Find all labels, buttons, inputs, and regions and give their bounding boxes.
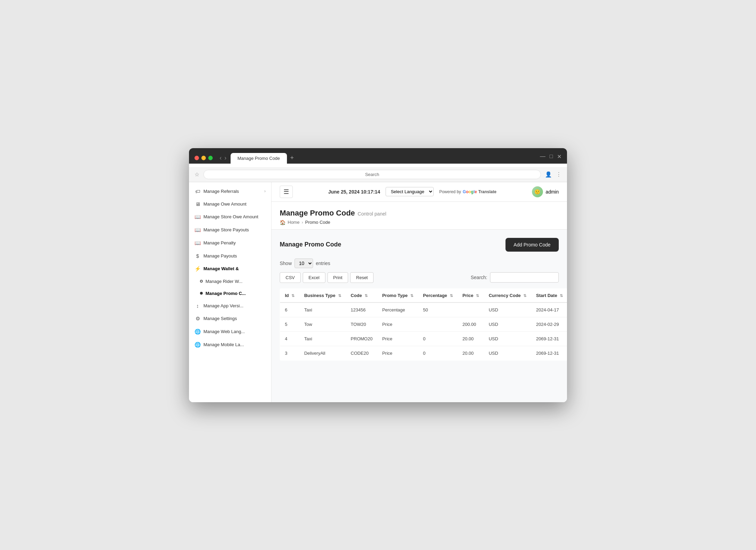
- cell-start-date: 2024-02-29: [531, 317, 567, 331]
- cell-business-type: DeliveryAll: [299, 346, 346, 360]
- cell-start-date: 2069-12-31: [531, 346, 567, 360]
- browser-controls: ‹ › Manage Promo Code + — □ ✕: [194, 152, 562, 164]
- address-bar-row: ☆ Search 👤 ⋮: [189, 167, 567, 182]
- search-input[interactable]: [490, 272, 559, 283]
- settings-icon: ⚙: [194, 316, 201, 322]
- user-icon[interactable]: 👤: [545, 171, 552, 178]
- main-content: ☰ June 25, 2024 10:17:14 Select Language…: [271, 182, 567, 402]
- sidebar-item-manage-referrals[interactable]: 🏷 Manage Referrals ›: [189, 185, 271, 198]
- print-button[interactable]: Print: [327, 272, 348, 283]
- sidebar-item-manage-promo-code[interactable]: Manage Promo C...: [189, 287, 271, 299]
- store-payouts-icon: 📖: [194, 227, 201, 233]
- breadcrumb-current: Promo Code: [305, 220, 330, 225]
- cell-percentage: 0: [418, 346, 458, 360]
- col-id[interactable]: Id ⇅: [280, 288, 300, 302]
- cell-code: 123456: [346, 302, 378, 317]
- sort-icon: ⇅: [560, 294, 563, 298]
- sidebar-item-label: Manage Store Payouts: [203, 227, 249, 232]
- top-bar-center: June 25, 2024 10:17:14 Select Language P…: [298, 187, 526, 196]
- breadcrumb-home[interactable]: Home: [288, 220, 300, 225]
- excel-button[interactable]: Excel: [303, 272, 325, 283]
- table-row: 5 Tow TOW20 Price 200.00 USD 2024-02-29 …: [280, 317, 567, 331]
- cell-currency: USD: [484, 302, 531, 317]
- sidebar-item-manage-store-payouts[interactable]: 📖 Manage Store Payouts: [189, 223, 271, 236]
- active-tab[interactable]: Manage Promo Code: [231, 153, 287, 164]
- col-price[interactable]: Price ⇅: [458, 288, 484, 302]
- content-area: Manage Promo Code Add Promo Code Show 10…: [271, 230, 567, 369]
- page-subtitle: Control panel: [358, 211, 386, 217]
- cell-price: 20.00: [458, 346, 484, 360]
- cell-currency: USD: [484, 331, 531, 346]
- show-label: Show: [280, 261, 292, 266]
- sidebar-item-manage-store-owe-amount[interactable]: 📖 Manage Store Owe Amount: [189, 210, 271, 223]
- add-promo-code-button[interactable]: Add Promo Code: [505, 238, 559, 252]
- sidebar-item-manage-rider-wallet[interactable]: Manage Rider W...: [189, 275, 271, 287]
- search-placeholder: Search: [365, 172, 379, 177]
- referrals-icon: 🏷: [194, 188, 201, 194]
- mobile-lang-icon: 🌐: [194, 342, 201, 348]
- sidebar-item-manage-penalty[interactable]: 📖 Manage Penalty: [189, 236, 271, 250]
- table-controls-top: Show 10 entries: [280, 258, 559, 268]
- reset-button[interactable]: Reset: [350, 272, 374, 283]
- add-tab-button[interactable]: +: [287, 152, 298, 164]
- hamburger-menu[interactable]: ☰: [280, 186, 293, 198]
- traffic-lights: [194, 156, 213, 160]
- language-select[interactable]: Select Language: [386, 187, 434, 196]
- page-title-row: Manage Promo Code Control panel: [280, 209, 559, 218]
- sidebar-item-manage-owe-amount[interactable]: 🖥 Manage Owe Amount: [189, 198, 271, 210]
- col-promo-type[interactable]: Promo Type ⇅: [377, 288, 418, 302]
- sort-icon: ⇅: [338, 294, 341, 298]
- close-button[interactable]: [194, 156, 199, 160]
- cell-percentage: 50: [418, 302, 458, 317]
- export-buttons: CSV Excel Print Reset: [280, 272, 374, 283]
- col-code[interactable]: Code ⇅: [346, 288, 378, 302]
- sidebar-item-manage-wallet[interactable]: ⚡ Manage Wallet &: [189, 262, 271, 275]
- forward-arrow[interactable]: ›: [224, 154, 226, 162]
- table-body: 6 Taxi 123456 Percentage 50 USD 2024-04-…: [280, 302, 567, 361]
- sidebar-item-manage-app-version[interactable]: ↕ Manage App Versi...: [189, 299, 271, 312]
- browser-window: ‹ › Manage Promo Code + — □ ✕ ☆ Search 👤…: [189, 148, 567, 402]
- chevron-right-icon: ›: [264, 189, 266, 194]
- minimize-button[interactable]: [201, 156, 206, 160]
- sort-icon: ⇅: [476, 294, 479, 298]
- back-arrow[interactable]: ‹: [220, 154, 222, 162]
- owe-amount-icon: 🖥: [194, 201, 201, 207]
- maximize-button[interactable]: [208, 156, 213, 160]
- menu-icon[interactable]: ⋮: [556, 171, 562, 178]
- csv-button[interactable]: CSV: [280, 272, 301, 283]
- cell-code: CODE20: [346, 346, 378, 360]
- wallet-icon: ⚡: [194, 266, 201, 272]
- cell-id: 4: [280, 331, 300, 346]
- address-bar[interactable]: Search: [203, 170, 541, 179]
- close-icon[interactable]: ✕: [557, 153, 562, 160]
- star-icon[interactable]: ☆: [194, 171, 199, 178]
- minimize-icon[interactable]: —: [540, 153, 545, 160]
- search-label: Search:: [471, 275, 487, 280]
- data-table: Id ⇅ Business Type ⇅ Code ⇅: [280, 288, 567, 361]
- cell-promo-type: Price: [377, 331, 418, 346]
- sidebar-item-manage-settings[interactable]: ⚙ Manage Settings: [189, 312, 271, 325]
- col-business-type[interactable]: Business Type ⇅: [299, 288, 346, 302]
- table-header-row: Id ⇅ Business Type ⇅ Code ⇅: [280, 288, 567, 302]
- cell-promo-type: Price: [377, 317, 418, 331]
- sidebar-item-manage-mobile-lang[interactable]: 🌐 Manage Mobile La...: [189, 338, 271, 351]
- search-row: Search:: [471, 272, 559, 283]
- table-controls-buttons: CSV Excel Print Reset Search:: [280, 272, 559, 283]
- cell-business-type: Tow: [299, 317, 346, 331]
- sidebar-item-manage-web-lang[interactable]: 🌐 Manage Web Lang...: [189, 325, 271, 338]
- dot-icon: [200, 280, 203, 283]
- cell-start-date: 2069-12-31: [531, 331, 567, 346]
- sort-icon: ⇅: [410, 294, 413, 298]
- cell-promo-type: Percentage: [377, 302, 418, 317]
- col-currency-code[interactable]: Currency Code ⇅: [484, 288, 531, 302]
- sidebar-item-manage-payouts[interactable]: $ Manage Payouts: [189, 250, 271, 262]
- entries-select[interactable]: 10: [294, 258, 313, 268]
- col-percentage[interactable]: Percentage ⇅: [418, 288, 458, 302]
- cell-price: [458, 302, 484, 317]
- restore-icon[interactable]: □: [549, 153, 553, 160]
- page-header: Manage Promo Code Control panel 🏠 Home ›…: [271, 202, 567, 230]
- google-brand: Google: [463, 189, 477, 194]
- col-start-date[interactable]: Start Date ⇅: [531, 288, 567, 302]
- section-header: Manage Promo Code Add Promo Code: [280, 238, 559, 252]
- cell-code: TOW20: [346, 317, 378, 331]
